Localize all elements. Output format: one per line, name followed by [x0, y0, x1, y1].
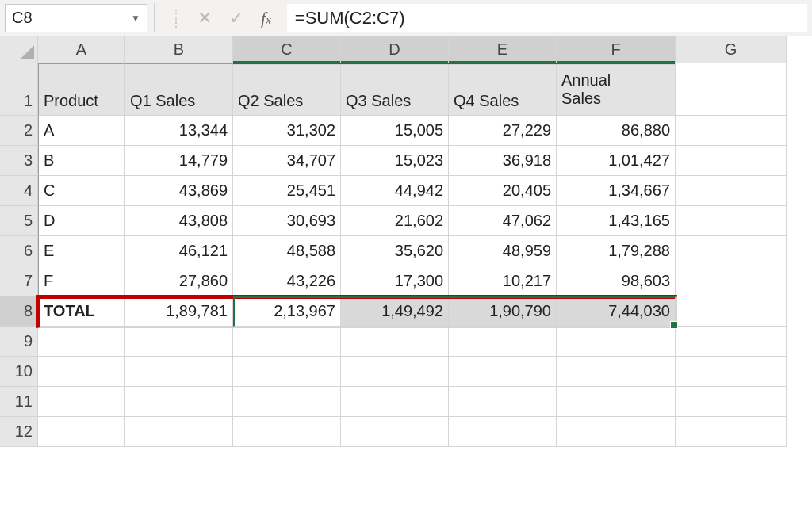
cell-G7[interactable] — [676, 266, 787, 296]
cell-B7[interactable]: 27,860 — [125, 266, 233, 296]
cell-G10[interactable] — [676, 357, 787, 387]
row-header-6[interactable]: 6 — [0, 236, 38, 266]
cell-B4[interactable]: 43,869 — [125, 176, 233, 206]
cell-A7[interactable]: F — [38, 266, 125, 296]
cell-G4[interactable] — [676, 176, 787, 206]
confirm-icon[interactable]: ✓ — [229, 8, 243, 29]
cell-B12[interactable] — [125, 417, 233, 447]
cell-C8[interactable]: 2,13,967 — [233, 296, 341, 327]
cell-G2[interactable] — [676, 116, 787, 146]
cell-G8[interactable] — [676, 296, 787, 327]
cell-C4[interactable]: 25,451 — [233, 176, 341, 206]
cell-E6[interactable]: 48,959 — [449, 236, 557, 266]
drag-handle-icon[interactable]: ⋮⋮ — [170, 9, 180, 28]
cell-A9[interactable] — [38, 327, 125, 357]
cell-D10[interactable] — [341, 357, 449, 387]
column-header-F[interactable]: F — [557, 36, 676, 63]
cell-D8[interactable]: 1,49,492 — [341, 296, 449, 327]
cell-G11[interactable] — [676, 387, 787, 417]
cell-F9[interactable] — [557, 327, 676, 357]
column-header-E[interactable]: E — [449, 36, 557, 63]
cell-C10[interactable] — [233, 357, 341, 387]
cancel-icon[interactable]: ✕ — [197, 8, 212, 29]
row-header-11[interactable]: 11 — [0, 387, 38, 417]
cell-B1[interactable]: Q1 Sales — [125, 63, 233, 116]
column-header-B[interactable]: B — [125, 36, 233, 63]
cell-C1[interactable]: Q2 Sales — [233, 63, 341, 116]
cell-F10[interactable] — [557, 357, 676, 387]
row-header-1[interactable]: 1 — [0, 63, 38, 116]
cell-F4[interactable]: 1,34,667 — [557, 176, 676, 206]
cell-B2[interactable]: 13,344 — [125, 116, 233, 146]
fx-icon[interactable]: fx — [261, 8, 271, 29]
cell-F12[interactable] — [557, 417, 676, 447]
cell-E11[interactable] — [449, 387, 557, 417]
cell-F3[interactable]: 1,01,427 — [557, 146, 676, 176]
cell-E1[interactable]: Q4 Sales — [449, 63, 557, 116]
cell-G5[interactable] — [676, 206, 787, 236]
cell-D12[interactable] — [341, 417, 449, 447]
cell-B11[interactable] — [125, 387, 233, 417]
cell-G9[interactable] — [676, 327, 787, 357]
cell-G12[interactable] — [676, 417, 787, 447]
cell-F6[interactable]: 1,79,288 — [557, 236, 676, 266]
cell-C12[interactable] — [233, 417, 341, 447]
cell-F2[interactable]: 86,880 — [557, 116, 676, 146]
cell-C2[interactable]: 31,302 — [233, 116, 341, 146]
cell-G1[interactable] — [676, 63, 787, 116]
column-header-A[interactable]: A — [38, 36, 125, 63]
cell-D6[interactable]: 35,620 — [341, 236, 449, 266]
column-header-G[interactable]: G — [676, 36, 787, 63]
row-header-8[interactable]: 8 — [0, 296, 38, 327]
cell-C6[interactable]: 48,588 — [233, 236, 341, 266]
row-header-2[interactable]: 2 — [0, 116, 38, 146]
cell-A5[interactable]: D — [38, 206, 125, 236]
row-header-9[interactable]: 9 — [0, 327, 38, 357]
name-box[interactable]: C8 ▼ — [5, 4, 147, 32]
cell-E7[interactable]: 10,217 — [449, 266, 557, 296]
cell-E12[interactable] — [449, 417, 557, 447]
cell-E10[interactable] — [449, 357, 557, 387]
formula-input[interactable] — [287, 4, 807, 32]
cell-D3[interactable]: 15,023 — [341, 146, 449, 176]
cell-D5[interactable]: 21,602 — [341, 206, 449, 236]
cell-D1[interactable]: Q3 Sales — [341, 63, 449, 116]
cell-B5[interactable]: 43,808 — [125, 206, 233, 236]
cell-F5[interactable]: 1,43,165 — [557, 206, 676, 236]
row-header-10[interactable]: 10 — [0, 357, 38, 387]
cell-A10[interactable] — [38, 357, 125, 387]
cell-E4[interactable]: 20,405 — [449, 176, 557, 206]
cell-E2[interactable]: 27,229 — [449, 116, 557, 146]
cell-A1[interactable]: Product — [38, 63, 125, 116]
cell-A11[interactable] — [38, 387, 125, 417]
cell-A6[interactable]: E — [38, 236, 125, 266]
cell-D7[interactable]: 17,300 — [341, 266, 449, 296]
cell-C3[interactable]: 34,707 — [233, 146, 341, 176]
cell-D11[interactable] — [341, 387, 449, 417]
spreadsheet-grid[interactable]: ABCDEFG1ProductQ1 SalesQ2 SalesQ3 SalesQ… — [0, 36, 812, 447]
cell-C11[interactable] — [233, 387, 341, 417]
cell-E8[interactable]: 1,90,790 — [449, 296, 557, 327]
cell-A8[interactable]: TOTAL — [38, 296, 125, 327]
cell-B8[interactable]: 1,89,781 — [125, 296, 233, 327]
cell-F1[interactable]: Annual Sales — [557, 63, 676, 116]
row-header-5[interactable]: 5 — [0, 206, 38, 236]
cell-E3[interactable]: 36,918 — [449, 146, 557, 176]
select-all-corner[interactable] — [0, 36, 38, 63]
cell-E5[interactable]: 47,062 — [449, 206, 557, 236]
cell-D2[interactable]: 15,005 — [341, 116, 449, 146]
cell-F7[interactable]: 98,603 — [557, 266, 676, 296]
cell-B10[interactable] — [125, 357, 233, 387]
cell-B9[interactable] — [125, 327, 233, 357]
row-header-3[interactable]: 3 — [0, 146, 38, 176]
cell-E9[interactable] — [449, 327, 557, 357]
column-header-D[interactable]: D — [341, 36, 449, 63]
cell-G6[interactable] — [676, 236, 787, 266]
cell-F11[interactable] — [557, 387, 676, 417]
cell-D9[interactable] — [341, 327, 449, 357]
cell-C5[interactable]: 30,693 — [233, 206, 341, 236]
cell-G3[interactable] — [676, 146, 787, 176]
cell-C7[interactable]: 43,226 — [233, 266, 341, 296]
cell-F8[interactable]: 7,44,030 — [557, 296, 676, 327]
cell-B3[interactable]: 14,779 — [125, 146, 233, 176]
